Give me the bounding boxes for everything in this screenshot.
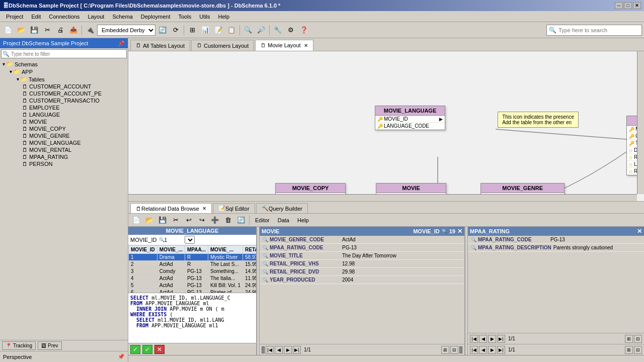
pg-last-r[interactable]: ▶| (497, 335, 505, 343)
refresh-button[interactable]: 🔄 (156, 24, 169, 36)
splitter-mid-left[interactable] (262, 346, 265, 353)
menu-project[interactable]: Project (2, 13, 27, 21)
diagram-scrollbar-h[interactable] (128, 194, 637, 201)
expand-schemas[interactable]: ▾ (1, 61, 6, 67)
col-mpaa[interactable]: MPAA... (185, 246, 208, 254)
pg-next[interactable]: ▶ (284, 346, 292, 354)
filter-dropdown[interactable] (185, 236, 195, 244)
pg-last[interactable]: ▶| (293, 346, 301, 354)
perspective-pin[interactable]: 📌 (118, 353, 125, 360)
menu-deployment[interactable]: Deployment (137, 13, 175, 21)
bt-new[interactable]: 📄 (130, 214, 142, 226)
layout-button[interactable]: ⊞ (186, 24, 198, 36)
pg-next-r2[interactable]: ▶ (488, 346, 496, 354)
movie-lang-filter[interactable]: MOVIE_ID 🔍 (128, 235, 256, 245)
tab-customers[interactable]: 🗒 Customers Layout (191, 40, 254, 51)
pg-add-col-r2[interactable]: ⊞ (625, 346, 633, 354)
tree-table-employee[interactable]: 🗒 EMPLOYEE (1, 104, 127, 111)
report-button[interactable]: 📋 (225, 24, 237, 36)
tree-table-movie[interactable]: 🗒 MOVIE (1, 118, 127, 125)
sql-button[interactable]: 📝 (212, 24, 224, 36)
connect-button[interactable]: 🔌 (84, 24, 96, 36)
pg-last-r2[interactable]: ▶| (497, 346, 505, 354)
filter-value-input[interactable] (165, 237, 185, 243)
confirm-button[interactable]: ✓ (130, 345, 140, 354)
menu-utils[interactable]: Utils (195, 13, 214, 21)
tools-button[interactable]: 🔧 (272, 24, 284, 36)
pg-add-col[interactable]: ⊞ (441, 346, 449, 354)
pg-first-r2[interactable]: |◀ (470, 346, 478, 354)
menu-help[interactable]: Help (214, 13, 234, 21)
tab-all-tables[interactable]: 🗒 All Tables Layout (130, 40, 190, 51)
pg-add-col-r[interactable]: ⊞ (625, 335, 633, 343)
tree-table-movie-rental[interactable]: 🗒 MOVIE_RENTAL (1, 146, 127, 153)
table-row[interactable]: 5ActAdPG-13Kill Bill: Vol. 124.9929.99 2… (129, 282, 257, 289)
tracking-button[interactable]: 📍 Tracking (2, 341, 36, 350)
tab-close-relational[interactable]: ✕ (202, 206, 206, 211)
bt-cut[interactable]: ✂ (170, 214, 182, 226)
diagram-scrollbar-v[interactable] (637, 51, 644, 194)
pg-del-col[interactable]: ⊟ (450, 346, 458, 354)
table-row[interactable]: 4ActAdPG-13The Italia...11.9519.99 2003 (129, 275, 257, 282)
tree-table-language[interactable]: 🗒 LANGUAGE (1, 111, 127, 118)
pg-first-r[interactable]: |◀ (470, 335, 478, 343)
col-movie-id[interactable]: MOVIE_ID (129, 246, 157, 254)
tree-table-movie-genre[interactable]: 🗒 MOVIE_GENRE (1, 132, 127, 139)
expand-tables[interactable]: ▾ (15, 76, 20, 82)
bt-redo[interactable]: ↪ (196, 214, 208, 226)
tab-movie[interactable]: 🗒 Movie Layout ✕ (255, 40, 313, 51)
tab-relational-data-browse[interactable]: 🗒 Relational Data Browse ✕ (130, 203, 212, 213)
mid-close-button[interactable]: ✕ (457, 228, 462, 235)
bt-open[interactable]: 📂 (143, 214, 155, 226)
filter-input[interactable] (11, 51, 102, 57)
table-row[interactable]: 3ComdyPG-13Something...14.9529.99 2003 (129, 268, 257, 275)
preview-button[interactable]: 🖼 Prev (38, 341, 62, 350)
zoom-out-button[interactable]: 🔍 (242, 24, 254, 36)
tree-table-movie-language[interactable]: 🗒 MOVIE_LANGUAGE (1, 139, 127, 146)
left-panel-pin[interactable]: 📌 (118, 40, 125, 47)
pg-del-col-r2[interactable]: ⊟ (634, 346, 642, 354)
left-data-scroll[interactable]: MOVIE_ID MOVIE_... MPAA... MOVIE_... RET… (128, 245, 256, 293)
right-data-scroll[interactable]: 🔍 MPAA_RATING_CODE PG-13 🔍 MPAA_RATING_D… (468, 236, 644, 333)
cut-button[interactable]: ✂ (41, 24, 53, 36)
bt-delete[interactable]: 🗑 (222, 214, 234, 226)
menu-schema[interactable]: Schema (108, 13, 136, 21)
col-movie-title[interactable]: MOVIE_... (208, 246, 243, 254)
new-button[interactable]: 📄 (2, 24, 14, 36)
settings-button[interactable]: ⚙ (285, 24, 297, 36)
pg-del-col-r[interactable]: ⊟ (634, 335, 642, 343)
tab-close-movie[interactable]: ✕ (304, 43, 308, 48)
schema-button[interactable]: 📊 (199, 24, 211, 36)
tab-sql-editor[interactable]: 📝 Sql Editor (213, 203, 255, 213)
right-close-button[interactable]: ✕ (637, 228, 642, 235)
mid-data-scroll[interactable]: 🔍 MOVIE_GENRE_CODE ActAd 🔍 MPAA_RATING_C… (260, 236, 464, 344)
pg-first[interactable]: |◀ (266, 346, 274, 354)
tree-table-customer-account-pe[interactable]: 🗒 CUSTOMER_ACCOUNT_PE (1, 90, 127, 97)
table-movie-language[interactable]: MOVIE_LANGUAGE 🔑 MOVIE_ID ▶ 🔑 LANGUAGE_C… (375, 106, 445, 130)
search-input[interactable] (558, 27, 639, 33)
save-button[interactable]: 💾 (28, 24, 40, 36)
data-button[interactable]: Data (274, 214, 293, 226)
filter-box[interactable]: 🔍 (1, 49, 127, 58)
table-row[interactable]: 2ActAdRThe Last S...15.9519.96 2003 (129, 261, 257, 268)
open-button[interactable]: 📂 (15, 24, 27, 36)
tree-table-mpaa-rating[interactable]: 🗒 MPAA_RATING (1, 153, 127, 160)
search-box[interactable]: 🔍 (546, 25, 642, 36)
cancel-action-button[interactable]: ✕ (154, 345, 165, 354)
close-button[interactable]: ✕ (633, 2, 641, 9)
db-type-dropdown[interactable]: Embedded Derby (97, 25, 155, 36)
bottom-scrollbar-h[interactable] (128, 355, 644, 362)
tree-table-movie-copy[interactable]: 🗒 MOVIE_COPY (1, 125, 127, 132)
table-row[interactable]: 6ActAdPG-13Pirates of ...24.9929.99 2003 (129, 289, 257, 293)
diagram-area[interactable]: MOVIE_LANGUAGE 🔑 MOVIE_ID ▶ 🔑 LANGUAGE_C… (128, 51, 644, 201)
bt-save[interactable]: 💾 (156, 214, 169, 226)
maximize-button[interactable]: □ (624, 2, 632, 9)
table-row[interactable]: 1DramaRMystic River58.9719.99 2003 (129, 254, 257, 261)
expand-icon[interactable]: ▶ (439, 117, 443, 122)
print-button[interactable]: 🖨 (54, 24, 66, 36)
bt-add[interactable]: ➕ (209, 214, 221, 226)
tree-app[interactable]: ▾ 📁 APP (1, 68, 127, 75)
menu-tools[interactable]: Tools (174, 13, 195, 21)
tree-table-person[interactable]: 🗒 PERSON (1, 160, 127, 167)
bt-refresh[interactable]: 🔄 (235, 214, 247, 226)
